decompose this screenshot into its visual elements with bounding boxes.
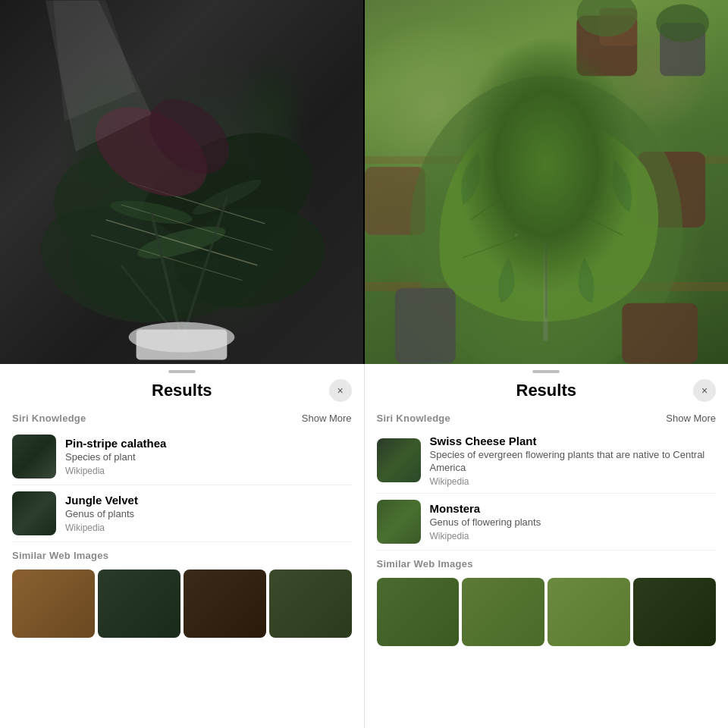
images-row: [0, 0, 728, 364]
right-item-2-source: Wikipedia: [430, 531, 717, 541]
main-container: Results × Siri Knowledge Show More Pin-s…: [0, 0, 728, 728]
right-similar-header: Similar Web Images: [365, 551, 729, 575]
right-item-1-name: Swiss Cheese Plant: [430, 435, 717, 447]
svg-rect-37: [395, 288, 456, 364]
left-item-2-desc: Genus of plants: [65, 508, 352, 521]
svg-point-33: [515, 234, 518, 237]
svg-point-22: [656, 4, 709, 42]
right-results-panel: Results × Siri Knowledge Show More Swiss…: [365, 364, 729, 728]
right-info-1: Swiss Cheese Plant Species of evergreen …: [430, 435, 717, 487]
left-item-2-source: Wikipedia: [65, 522, 352, 533]
right-info-2: Monstera Genus of flowering plants Wikip…: [430, 502, 717, 541]
right-show-more-button[interactable]: Show More: [666, 413, 716, 424]
svg-line-28: [471, 167, 547, 220]
right-results-title: Results: [400, 381, 694, 400]
left-thumb-1: [12, 435, 56, 479]
monstera-svg: [365, 0, 728, 364]
svg-line-30: [463, 228, 547, 258]
left-similar-img-4[interactable]: [269, 570, 352, 638]
left-item-1-name: Pin-stripe calathea: [65, 437, 352, 450]
right-close-button[interactable]: ×: [693, 379, 716, 402]
left-similar-header: Similar Web Images: [0, 542, 364, 566]
right-similar-title: Similar Web Images: [377, 558, 473, 570]
results-row: Results × Siri Knowledge Show More Pin-s…: [0, 364, 728, 728]
left-knowledge-item-2[interactable]: Jungle Velvet Genus of plants Wikipedia: [0, 485, 364, 541]
left-siri-knowledge-header: Siri Knowledge Show More: [0, 408, 364, 428]
right-item-2-desc: Genus of flowering plants: [430, 516, 717, 529]
calathea-thumbnail: [12, 435, 56, 479]
left-similar-section: Similar Web Images: [0, 542, 364, 728]
jungle-velvet-thumbnail: [12, 491, 56, 535]
right-similar-img-2[interactable]: [462, 578, 544, 646]
left-similar-img-1[interactable]: [12, 570, 95, 638]
calathea-svg: [0, 0, 363, 364]
left-plant-image: [0, 0, 365, 364]
left-item-2-name: Jungle Velvet: [65, 494, 352, 507]
left-siri-knowledge-label: Siri Knowledge: [12, 413, 86, 424]
left-close-button[interactable]: ×: [329, 379, 352, 402]
left-info-2: Jungle Velvet Genus of plants Wikipedia: [65, 494, 352, 533]
right-item-2-name: Monstera: [430, 502, 717, 515]
right-knowledge-item-1[interactable]: Swiss Cheese Plant Species of evergreen …: [365, 428, 729, 493]
right-thumb-2: [377, 500, 421, 544]
left-thumb-2: [12, 491, 56, 535]
svg-point-32: [567, 210, 571, 214]
left-results-title: Results: [35, 381, 329, 400]
left-results-header: Results ×: [0, 373, 364, 408]
left-similar-img-2[interactable]: [98, 570, 180, 638]
monstera-thumbnail: [377, 500, 421, 544]
swiss-cheese-thumbnail: [377, 438, 421, 482]
right-plant-image: [365, 0, 728, 364]
left-similar-title: Similar Web Images: [12, 550, 108, 561]
right-item-1-source: Wikipedia: [430, 476, 717, 487]
svg-point-34: [590, 188, 593, 191]
svg-rect-18: [136, 330, 228, 360]
right-item-1-desc: Species of evergreen flowering plants th…: [430, 449, 717, 475]
left-results-panel: Results × Siri Knowledge Show More Pin-s…: [0, 364, 365, 728]
left-info-1: Pin-stripe calathea Species of plant Wik…: [65, 437, 352, 476]
left-similar-img-3[interactable]: [184, 570, 266, 638]
right-knowledge-item-2[interactable]: Monstera Genus of flowering plants Wikip…: [365, 494, 729, 550]
left-show-more-button[interactable]: Show More: [302, 413, 352, 424]
right-results-header: Results ×: [365, 373, 729, 408]
right-siri-knowledge-label: Siri Knowledge: [377, 413, 451, 424]
right-similar-images-row: [365, 575, 729, 649]
svg-line-29: [547, 197, 623, 235]
left-knowledge-item-1[interactable]: Pin-stripe calathea Species of plant Wik…: [0, 428, 364, 485]
right-similar-img-3[interactable]: [548, 578, 630, 646]
right-similar-img-1[interactable]: [377, 578, 460, 646]
left-item-1-source: Wikipedia: [65, 466, 352, 476]
left-item-1-desc: Species of plant: [65, 451, 352, 464]
right-similar-section: Similar Web Images: [365, 551, 729, 728]
left-similar-images-row: [0, 566, 364, 641]
right-similar-img-4[interactable]: [633, 578, 716, 646]
right-siri-knowledge-header: Siri Knowledge Show More: [365, 408, 729, 428]
svg-rect-36: [622, 303, 698, 364]
svg-point-31: [529, 180, 534, 184]
right-thumb-1: [377, 438, 421, 482]
svg-rect-35: [544, 114, 548, 340]
